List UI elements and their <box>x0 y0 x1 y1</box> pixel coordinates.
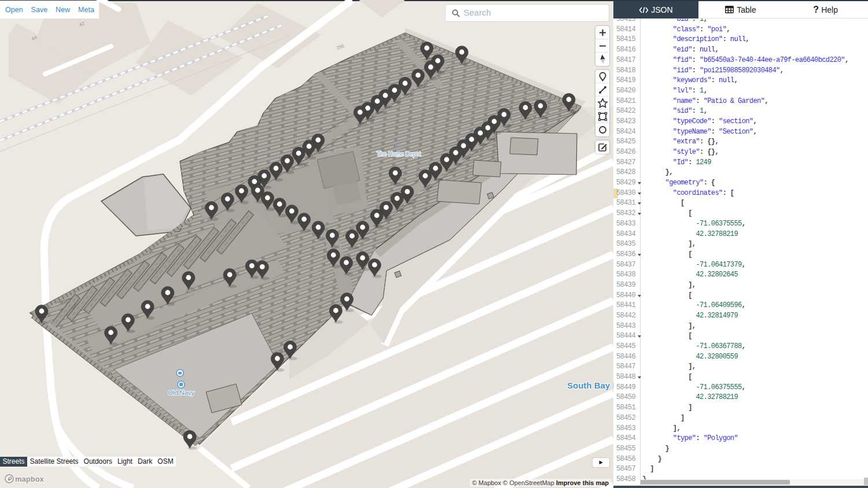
svg-text:mapbox: mapbox <box>15 475 45 483</box>
svg-text:Old Navy: Old Navy <box>168 389 194 396</box>
svg-text:South Bay M: South Bay M <box>567 380 613 390</box>
svg-text:The Home Depot: The Home Depot <box>377 151 421 157</box>
